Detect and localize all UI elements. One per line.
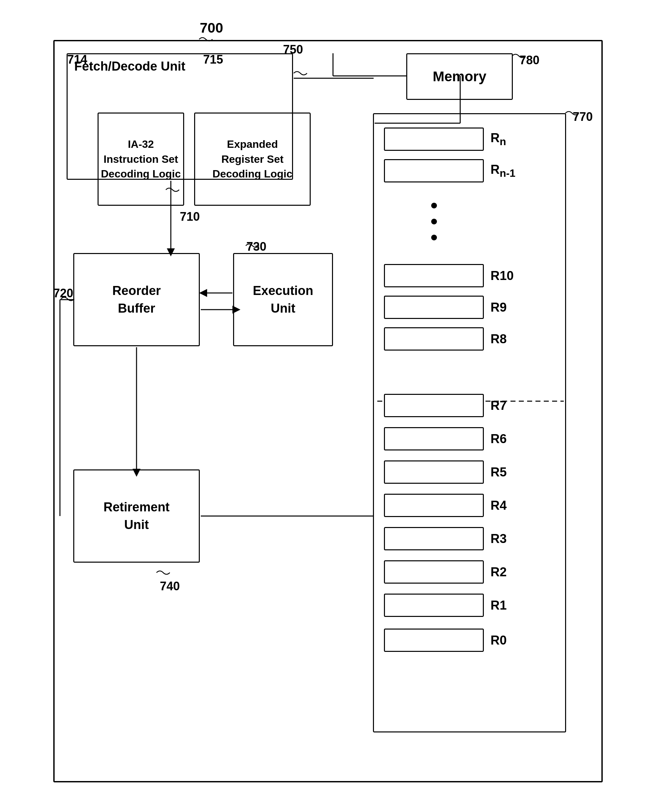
fetch-decode-label: Fetch/Decode Unit [74, 59, 186, 74]
register-row-r1: R1 [384, 594, 507, 617]
register-row-r4: R4 [384, 494, 507, 517]
label-770: 770 [573, 110, 593, 124]
register-label-r9: R9 [490, 300, 507, 315]
register-slot-r7 [384, 394, 484, 417]
register-label-r0: R0 [490, 633, 507, 648]
register-slot-r4 [384, 494, 484, 517]
expanded-box: ExpandedRegister SetDecoding Logic [194, 112, 311, 206]
register-label-rn1: Rn-1 [490, 163, 515, 180]
register-slot-r10 [384, 264, 484, 287]
label-714: 714 [67, 52, 87, 67]
register-slot-rn1 [384, 159, 484, 183]
reorder-buffer-label: ReorderBuffer [112, 282, 161, 317]
register-row-r2: R2 [384, 560, 507, 583]
register-label-r2: R2 [490, 565, 507, 579]
label-740: 740 [160, 579, 180, 593]
register-slot-r9 [384, 296, 484, 319]
register-slot-r3 [384, 527, 484, 550]
register-row-rn: Rn [384, 127, 506, 151]
execution-unit-label: ExecutionUnit [253, 282, 313, 317]
expanded-text: ExpandedRegister SetDecoding Logic [212, 137, 292, 181]
memory-label: Memory [432, 69, 486, 84]
register-slot-r8 [384, 327, 484, 351]
register-row-r7: R7 [384, 394, 507, 417]
label-720: 720 [53, 286, 73, 300]
register-label-r6: R6 [490, 432, 507, 446]
diagram: 700 Fetch/Decode Unit IA-32Instruction S… [40, 20, 623, 796]
register-label-r3: R3 [490, 532, 507, 546]
register-row-r0: R0 [384, 629, 507, 652]
retirement-unit-label: RetirementUnit [103, 498, 170, 534]
retirement-unit-box: RetirementUnit [73, 470, 200, 563]
register-slot-r0 [384, 629, 484, 652]
register-row-r5: R5 [384, 460, 507, 484]
register-slot-r5 [384, 460, 484, 484]
register-slot-rn [384, 127, 484, 151]
label-750: 750 [283, 43, 303, 57]
label-730: 730 [246, 240, 266, 254]
register-label-r8: R8 [490, 332, 507, 346]
register-label-r7: R7 [490, 399, 507, 413]
register-row-r6: R6 [384, 427, 507, 450]
label-710: 710 [180, 210, 200, 224]
dots: ••• [431, 197, 438, 246]
register-row-r8: R8 [384, 327, 507, 351]
register-label-r1: R1 [490, 598, 507, 612]
ia32-box: IA-32Instruction SetDecoding Logic [98, 112, 184, 206]
label-700: 700 [200, 20, 223, 36]
register-label-r10: R10 [490, 269, 514, 283]
register-row-r3: R3 [384, 527, 507, 550]
execution-unit-box: ExecutionUnit [233, 253, 333, 346]
register-row-rn1: Rn-1 [384, 159, 515, 183]
label-780: 780 [520, 53, 540, 67]
register-label-r5: R5 [490, 465, 507, 479]
register-slot-r6 [384, 427, 484, 450]
register-row-r10: R10 [384, 264, 514, 287]
register-file-box: Rn Rn-1 ••• R10 R9 R8 R7 [373, 113, 566, 732]
register-row-r9: R9 [384, 296, 507, 319]
register-label-rn: Rn [490, 131, 506, 148]
ia32-text: IA-32Instruction SetDecoding Logic [101, 137, 181, 181]
register-label-r4: R4 [490, 498, 507, 513]
memory-box: Memory [406, 53, 513, 100]
label-715: 715 [203, 52, 223, 67]
reorder-buffer-box: ReorderBuffer [73, 253, 200, 346]
fetch-decode-box: Fetch/Decode Unit IA-32Instruction SetDe… [67, 53, 293, 180]
register-slot-r1 [384, 594, 484, 617]
register-slot-r2 [384, 560, 484, 583]
